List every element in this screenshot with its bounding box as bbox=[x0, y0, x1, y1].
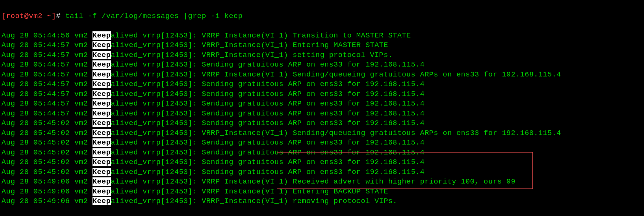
grep-match: Keep bbox=[92, 187, 111, 196]
log-prefix: Aug 28 05:45:02 vm2 bbox=[2, 168, 92, 176]
grep-match: Keep bbox=[92, 119, 111, 127]
grep-match: Keep bbox=[92, 99, 111, 108]
grep-match: Keep bbox=[92, 197, 111, 205]
log-prefix: Aug 28 05:49:06 vm2 bbox=[2, 197, 92, 205]
command-text: tail -f /var/log/messages |grep -i keep bbox=[65, 12, 243, 20]
log-message: alived_vrrp[12453]: Sending gratuitous A… bbox=[111, 90, 425, 98]
grep-match: Keep bbox=[92, 31, 111, 40]
grep-match: Keep bbox=[92, 80, 111, 88]
grep-match: Keep bbox=[92, 109, 111, 118]
log-message: alived_vrrp[12453]: Sending gratuitous A… bbox=[111, 60, 425, 69]
log-message: alived_vrrp[12453]: Sending gratuitous A… bbox=[111, 80, 425, 88]
log-prefix: Aug 28 05:45:02 vm2 bbox=[2, 119, 92, 127]
log-prefix: Aug 28 05:45:02 vm2 bbox=[2, 138, 92, 147]
grep-match: Keep bbox=[92, 51, 111, 59]
log-prefix: Aug 28 05:44:57 vm2 bbox=[2, 99, 92, 108]
terminal-output[interactable]: [root@vm2 ~]# tail -f /var/log/messages … bbox=[0, 0, 644, 216]
grep-match: Keep bbox=[92, 60, 111, 69]
log-line: Aug 28 05:45:02 vm2 Keepalived_vrrp[1245… bbox=[2, 148, 642, 158]
log-message: alived_vrrp[12453]: VRRP_Instance(VI_1) … bbox=[111, 51, 393, 59]
prompt-line: [root@vm2 ~]# tail -f /var/log/messages … bbox=[2, 11, 642, 21]
log-prefix: Aug 28 05:45:02 vm2 bbox=[2, 158, 92, 166]
grep-match: Keep bbox=[92, 129, 111, 137]
log-line: Aug 28 05:44:56 vm2 Keepalived_vrrp[1245… bbox=[2, 31, 642, 41]
log-message: alived_vrrp[12453]: Sending gratuitous A… bbox=[111, 119, 425, 127]
log-prefix: Aug 28 05:44:56 vm2 bbox=[2, 31, 92, 40]
grep-match: Keep bbox=[92, 70, 111, 79]
log-message: alived_vrrp[12453]: VRRP_Instance(VI_1) … bbox=[111, 187, 388, 196]
log-line: Aug 28 05:44:57 vm2 Keepalived_vrrp[1245… bbox=[2, 60, 642, 70]
log-message: alived_vrrp[12453]: Sending gratuitous A… bbox=[111, 99, 425, 108]
log-message: alived_vrrp[12453]: Sending gratuitous A… bbox=[111, 158, 425, 166]
log-line: Aug 28 05:44:57 vm2 Keepalived_vrrp[1245… bbox=[2, 99, 642, 109]
log-message: alived_vrrp[12453]: VRRP_Instance(VI_1) … bbox=[111, 41, 388, 49]
log-line: Aug 28 05:45:02 vm2 Keepalived_vrrp[1245… bbox=[2, 167, 642, 177]
log-line: Aug 28 05:44:57 vm2 Keepalived_vrrp[1245… bbox=[2, 50, 642, 60]
log-prefix: Aug 28 05:45:02 vm2 bbox=[2, 129, 92, 137]
log-message: alived_vrrp[12453]: Sending gratuitous A… bbox=[111, 148, 425, 157]
log-prefix: Aug 28 05:49:06 vm2 bbox=[2, 187, 92, 196]
prompt-tilde: ~ bbox=[47, 12, 52, 20]
log-line: Aug 28 05:44:57 vm2 Keepalived_vrrp[1245… bbox=[2, 80, 642, 89]
log-line: Aug 28 05:45:02 vm2 Keepalived_vrrp[1245… bbox=[2, 119, 642, 128]
log-line: Aug 28 05:44:57 vm2 Keepalived_vrrp[1245… bbox=[2, 41, 642, 50]
log-prefix: Aug 28 05:44:57 vm2 bbox=[2, 41, 92, 49]
grep-match: Keep bbox=[92, 138, 111, 147]
log-line: Aug 28 05:45:02 vm2 Keepalived_vrrp[1245… bbox=[2, 158, 642, 167]
prompt-bracket-close: ] bbox=[52, 12, 56, 20]
log-message: alived_vrrp[12453]: VRRP_Instance(VI_1) … bbox=[111, 197, 397, 205]
prompt-user-host: root@vm2 bbox=[6, 12, 47, 20]
log-line: Aug 28 05:49:06 vm2 Keepalived_vrrp[1245… bbox=[2, 177, 642, 187]
log-message: alived_vrrp[12453]: Sending gratuitous A… bbox=[111, 168, 425, 176]
grep-match: Keep bbox=[92, 168, 111, 176]
log-line: Aug 28 05:44:57 vm2 Keepalived_vrrp[1245… bbox=[2, 89, 642, 99]
log-line: Aug 28 05:45:02 vm2 Keepalived_vrrp[1245… bbox=[2, 138, 642, 148]
log-message: alived_vrrp[12453]: VRRP_Instance(VI_1) … bbox=[111, 129, 561, 137]
log-message: alived_vrrp[12453]: VRRP_Instance(VI_1) … bbox=[111, 70, 561, 79]
log-prefix: Aug 28 05:49:06 vm2 bbox=[2, 177, 92, 186]
log-prefix: Aug 28 05:44:57 vm2 bbox=[2, 70, 92, 79]
log-message: alived_vrrp[12453]: Sending gratuitous A… bbox=[111, 138, 425, 147]
grep-match: Keep bbox=[92, 177, 111, 186]
log-prefix: Aug 28 05:44:57 vm2 bbox=[2, 51, 92, 59]
log-prefix: Aug 28 05:44:57 vm2 bbox=[2, 60, 92, 69]
log-line: Aug 28 05:49:06 vm2 Keepalived_vrrp[1245… bbox=[2, 197, 642, 206]
log-line: Aug 28 05:44:57 vm2 Keepalived_vrrp[1245… bbox=[2, 109, 642, 119]
log-prefix: Aug 28 05:45:02 vm2 bbox=[2, 148, 92, 157]
grep-match: Keep bbox=[92, 148, 111, 157]
prompt-hash: # bbox=[56, 12, 65, 20]
log-line: Aug 28 05:44:57 vm2 Keepalived_vrrp[1245… bbox=[2, 70, 642, 80]
grep-match: Keep bbox=[92, 41, 111, 49]
grep-match: Keep bbox=[92, 158, 111, 166]
log-prefix: Aug 28 05:44:57 vm2 bbox=[2, 80, 92, 88]
grep-match: Keep bbox=[92, 90, 111, 98]
log-line: Aug 28 05:49:06 vm2 Keepalived_vrrp[1245… bbox=[2, 187, 642, 197]
log-prefix: Aug 28 05:44:57 vm2 bbox=[2, 90, 92, 98]
log-message: alived_vrrp[12453]: VRRP_Instance(VI_1) … bbox=[111, 31, 411, 40]
log-message: alived_vrrp[12453]: Sending gratuitous A… bbox=[111, 109, 425, 118]
log-prefix: Aug 28 05:44:57 vm2 bbox=[2, 109, 92, 118]
log-line: Aug 28 05:45:02 vm2 Keepalived_vrrp[1245… bbox=[2, 128, 642, 138]
log-message: alived_vrrp[12453]: VRRP_Instance(VI_1) … bbox=[111, 177, 516, 186]
prompt-bracket-open: [ bbox=[2, 12, 6, 20]
